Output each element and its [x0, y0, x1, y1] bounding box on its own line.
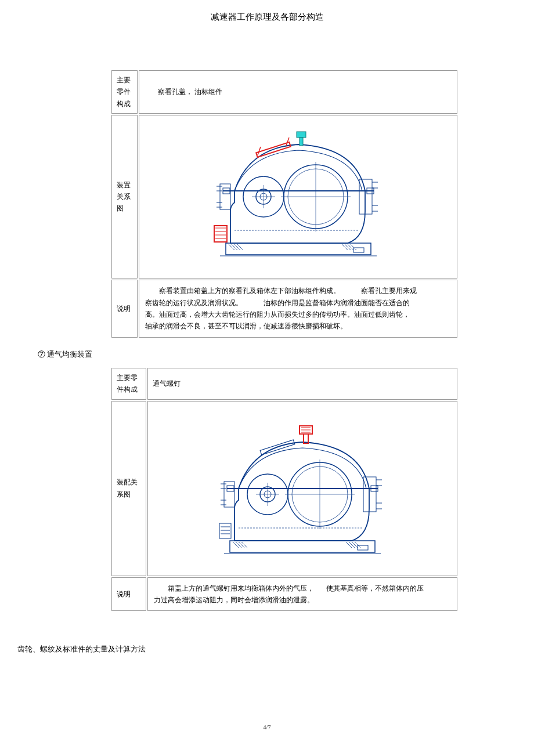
svg-line-2 — [229, 244, 234, 250]
table-row: 装配关系图 — [111, 401, 457, 576]
table-row: 装置关系图 — [111, 115, 457, 278]
svg-rect-82 — [219, 523, 231, 538]
cell-description: 察看装置由箱盖上方的察看孔及箱体左下部油标组件构成。 察看孔主要用来观 察齿轮的… — [139, 280, 457, 338]
svg-line-8 — [348, 244, 353, 250]
svg-line-47 — [236, 542, 241, 548]
page-number: 4/7 — [17, 724, 517, 730]
section-7-heading: ⑦ 通气均衡装置 — [38, 349, 517, 360]
desc-text: 察看孔主要用来观 — [361, 287, 417, 295]
cell-diagram — [139, 115, 457, 278]
svg-rect-36 — [300, 138, 303, 146]
vent-plug-highlight — [300, 426, 312, 443]
svg-line-7 — [345, 244, 351, 250]
svg-line-33 — [258, 147, 261, 155]
svg-line-5 — [237, 244, 243, 250]
table-inspection-device: 主要零件构成 察看孔盖， 油标组件 装置关系图 — [110, 69, 459, 339]
desc-text: 力过高会增添运动阻力，同时会增添润滑油的泄露。 — [154, 596, 314, 604]
cell-diagram — [147, 401, 457, 576]
page-header-title: 减速器工作原理及各部分构造 — [17, 12, 517, 23]
desc-text: 油标的作用是监督箱体内润滑油面能否在适合的 — [264, 299, 410, 307]
cell-label-description: 说明 — [111, 280, 138, 338]
desc-text: 察齿轮的运行状况及润滑状况。 — [145, 299, 243, 307]
desc-text: 察看装置由箱盖上方的察看孔及箱体左下部油标组件构成。 — [159, 287, 340, 295]
reducer-diagram-2 — [207, 407, 398, 570]
desc-text: 高。油面过高，会增大大齿轮运行的阻力从而损失过多的传动功率。油面过低则齿轮， — [145, 310, 410, 319]
cell-label-diagram: 装配关系图 — [111, 401, 146, 576]
vent-plug — [297, 132, 306, 146]
cell-value-components: 察看孔盖， 油标组件 — [139, 70, 457, 114]
cell-label-components: 主要零件构成 — [111, 70, 138, 114]
table-row: 说明 箱盖上方的通气螺钉用来均衡箱体内外的气压， 使其基真相等，不然箱体内的压 … — [111, 577, 457, 612]
svg-line-4 — [234, 244, 240, 250]
table-row: 主要零件构成 通气螺钉 — [111, 368, 457, 400]
desc-text: 箱盖上方的通气螺钉用来均衡箱体内外的气压， — [168, 584, 314, 592]
svg-line-52 — [352, 542, 358, 548]
bottom-section-heading: 齿轮、螺纹及标准件的丈量及计算方法 — [17, 644, 517, 654]
svg-rect-71 — [363, 477, 376, 512]
cell-label-description: 说明 — [111, 577, 146, 612]
desc-text: 轴承的润滑会不良，甚至不可以润滑，使减速器很快磨损和破坏。 — [145, 322, 347, 330]
svg-rect-35 — [297, 132, 306, 138]
table-row: 主要零件构成 察看孔盖， 油标组件 — [111, 70, 457, 114]
cell-label-components: 主要零件构成 — [111, 368, 146, 400]
svg-line-49 — [241, 542, 247, 548]
desc-text: 使其基真相等，不然箱体内的压 — [326, 584, 424, 592]
svg-rect-27 — [359, 179, 372, 214]
cell-description: 箱盖上方的通气螺钉用来均衡箱体内外的气压， 使其基真相等，不然箱体内的压 力过高… — [147, 577, 457, 612]
reducer-diagram-1 — [203, 121, 394, 272]
table-vent-device: 主要零件构成 通气螺钉 装配关系图 — [110, 367, 459, 613]
oil-indicator-highlight — [214, 226, 227, 242]
cell-label-diagram: 装置关系图 — [111, 115, 138, 278]
svg-line-50 — [346, 542, 352, 548]
svg-line-48 — [239, 542, 244, 548]
components-text: 察看孔盖， 油标组件 — [158, 88, 222, 96]
svg-line-51 — [349, 542, 355, 548]
cell-value-components: 通气螺钉 — [147, 368, 457, 400]
svg-line-34 — [286, 138, 289, 146]
table-row: 说明 察看装置由箱盖上方的察看孔及箱体左下部油标组件构成。 察看孔主要用来观 察… — [111, 280, 457, 338]
svg-line-46 — [233, 542, 239, 548]
svg-line-6 — [342, 244, 348, 250]
svg-line-3 — [232, 244, 237, 250]
